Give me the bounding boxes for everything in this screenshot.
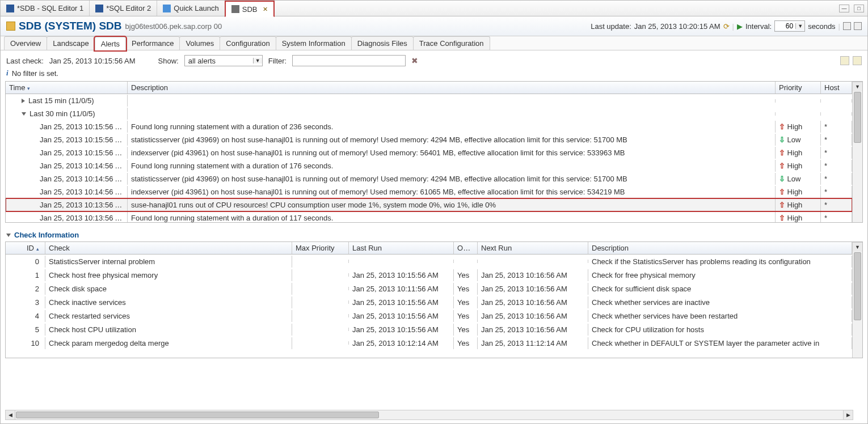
flask-icon bbox=[231, 5, 239, 13]
scroll-left-icon[interactable]: ◀ bbox=[6, 410, 15, 419]
tab-configuration[interactable]: Configuration bbox=[220, 36, 276, 50]
chevron-down-icon[interactable]: ▼ bbox=[795, 23, 804, 29]
toolbar-settings-icon[interactable] bbox=[840, 56, 849, 65]
tab-volumes[interactable]: Volumes bbox=[179, 36, 220, 50]
col-description[interactable]: Description bbox=[128, 82, 776, 94]
col-id[interactable]: ID▴ bbox=[6, 242, 45, 254]
check-row[interactable]: 5Check host CPU utilizationJan 25, 2013 … bbox=[6, 323, 852, 336]
page-title: SDB (SYSTEM) SDB bbox=[19, 20, 122, 32]
alert-row[interactable]: Jan 25, 2013 10:15:56 AMstatisticsserver… bbox=[6, 133, 852, 146]
page-tabs: Overview Landscape Alerts Performance Vo… bbox=[1, 36, 867, 50]
cell-host: * bbox=[821, 186, 852, 198]
alert-row[interactable]: Jan 25, 2013 10:15:56 AMFound long runni… bbox=[6, 120, 852, 133]
cell-priority: ⇧ High bbox=[776, 212, 821, 222]
scroll-thumb[interactable] bbox=[854, 252, 861, 320]
cell-last: Jan 25, 2013 10:15:56 AM bbox=[349, 269, 454, 281]
check-row[interactable]: 0StatisticsServer internal problemCheck … bbox=[6, 255, 852, 268]
priority-down-icon: ⇩ bbox=[779, 135, 785, 144]
tab-diagnosis-files[interactable]: Diagnosis Files bbox=[351, 36, 414, 50]
show-dropdown[interactable]: all alerts ▼ bbox=[184, 55, 263, 66]
cell-desc: Check whether in DEFAULT or SYSTEM layer… bbox=[588, 337, 852, 349]
check-row[interactable]: 3Check inactive servicesJan 25, 2013 10:… bbox=[6, 295, 852, 309]
copy-icon[interactable] bbox=[843, 22, 851, 30]
scroll-thumb[interactable] bbox=[854, 92, 861, 143]
col-priority[interactable]: Priority bbox=[776, 82, 821, 94]
tab-sql-editor-2[interactable]: *SQL Editor 2 bbox=[90, 1, 157, 16]
chevron-down-icon[interactable]: ▼ bbox=[253, 58, 262, 63]
scroll-thumb[interactable] bbox=[16, 412, 379, 418]
check-row[interactable]: 2Check disk spaceJan 25, 2013 10:11:56 A… bbox=[6, 282, 852, 295]
run-icon[interactable]: ▶ bbox=[737, 22, 743, 31]
cell-max bbox=[292, 260, 349, 263]
col-on[interactable]: On ... bbox=[454, 242, 478, 254]
col-last-run[interactable]: Last Run bbox=[349, 242, 454, 254]
check-row[interactable]: 4Check restarted servicesJan 25, 2013 10… bbox=[6, 309, 852, 323]
tab-landscape[interactable]: Landscape bbox=[47, 36, 95, 50]
cell-host: * bbox=[821, 212, 852, 222]
show-label: Show: bbox=[158, 57, 179, 65]
cell-last: Jan 25, 2013 10:12:14 AM bbox=[349, 337, 454, 349]
toolbar-columns-icon[interactable] bbox=[853, 56, 862, 65]
alert-row[interactable]: Jan 25, 2013 10:14:56 AMFound long runni… bbox=[6, 159, 852, 172]
scroll-down-icon[interactable]: ▼ bbox=[853, 82, 862, 91]
alert-group[interactable]: Last 30 min (11/0/5) bbox=[6, 107, 852, 120]
refresh-icon[interactable]: ⟳ bbox=[723, 22, 730, 31]
check-row[interactable]: 1Check host free physical memoryJan 25, … bbox=[6, 268, 852, 282]
col-check[interactable]: Check bbox=[45, 242, 292, 254]
interval-input[interactable] bbox=[775, 22, 795, 30]
tab-trace-configuration[interactable]: Trace Configuration bbox=[413, 36, 490, 50]
vertical-scrollbar[interactable]: ▲ ▼ bbox=[852, 242, 862, 358]
vertical-scrollbar[interactable]: ▲ ▼ bbox=[852, 82, 862, 222]
tab-performance[interactable]: Performance bbox=[125, 36, 180, 50]
tab-quick-launch[interactable]: Quick Launch bbox=[157, 1, 225, 16]
cell-check: Check host CPU utilization bbox=[45, 324, 292, 336]
tab-label: *SDB - SQL Editor 1 bbox=[17, 4, 83, 12]
minimize-button[interactable]: — bbox=[839, 5, 849, 12]
check-info-section-toggle[interactable]: Check Information bbox=[6, 231, 862, 239]
checks-table: ID▴ Check Max Priority Last Run On ... N… bbox=[5, 241, 863, 358]
alert-row[interactable]: Jan 25, 2013 10:15:56 AMindexserver (pid… bbox=[6, 146, 852, 159]
close-icon[interactable]: ✕ bbox=[263, 6, 268, 13]
col-next-run[interactable]: Next Run bbox=[478, 242, 588, 254]
save-icon[interactable] bbox=[854, 22, 862, 30]
priority-up-icon: ⇧ bbox=[779, 214, 785, 222]
cell-last: Jan 25, 2013 10:15:56 AM bbox=[349, 296, 454, 308]
alerts-table: Time▾ Description Priority Host Last 15 … bbox=[5, 81, 863, 223]
group-label: Last 15 min (11/0/5) bbox=[28, 96, 94, 105]
check-row[interactable]: 10Check param mergedog delta mergeJan 25… bbox=[6, 336, 852, 350]
cell-priority: ⇧ High bbox=[776, 160, 821, 172]
alert-group[interactable]: Last 15 min (11/0/5) bbox=[6, 94, 852, 107]
interval-stepper[interactable]: ▼ bbox=[774, 20, 805, 32]
alert-row[interactable]: Jan 25, 2013 10:13:56 AMFound long runni… bbox=[6, 211, 852, 222]
cell-on: Yes bbox=[454, 296, 478, 308]
sql-icon bbox=[95, 5, 103, 12]
col-host[interactable]: Host bbox=[821, 82, 852, 94]
header-bar: SDB (SYSTEM) SDB bjg06test006.pek.sap.co… bbox=[1, 16, 867, 36]
filter-input[interactable] bbox=[292, 55, 406, 66]
scroll-right-icon[interactable]: ▶ bbox=[843, 410, 853, 419]
tab-sdb[interactable]: SDB✕ bbox=[225, 1, 275, 17]
cell-host: * bbox=[821, 134, 852, 146]
cell-desc: statisticsserver (pid 43969) on host sus… bbox=[128, 173, 776, 185]
col-max-priority[interactable]: Max Priority bbox=[292, 242, 349, 254]
scroll-down-icon[interactable]: ▼ bbox=[853, 242, 862, 252]
col-description[interactable]: Description bbox=[588, 242, 852, 254]
tab-label: Quick Launch bbox=[174, 4, 219, 12]
tab-sql-editor-1[interactable]: *SDB - SQL Editor 1 bbox=[1, 1, 90, 16]
tab-system-information[interactable]: System Information bbox=[276, 36, 352, 50]
tab-alerts[interactable]: Alerts bbox=[95, 37, 126, 50]
cell-desc: Found long running statement with a dura… bbox=[128, 212, 776, 222]
maximize-button[interactable]: □ bbox=[854, 5, 864, 12]
cell-desc: Found long running statement with a dura… bbox=[128, 160, 776, 172]
alert-row[interactable]: Jan 25, 2013 10:13:56 AMsuse-hanajl01 ru… bbox=[6, 198, 852, 211]
clear-filter-icon[interactable]: ✖ bbox=[411, 56, 418, 65]
cell-next: Jan 25, 2013 10:16:56 AM bbox=[478, 283, 588, 295]
cell-last: Jan 25, 2013 10:15:56 AM bbox=[349, 310, 454, 322]
alert-row[interactable]: Jan 25, 2013 10:14:56 AMindexserver (pid… bbox=[6, 185, 852, 198]
col-time[interactable]: Time▾ bbox=[6, 82, 128, 94]
cell-time: Jan 25, 2013 10:15:56 AM bbox=[6, 147, 128, 159]
tab-overview[interactable]: Overview bbox=[4, 36, 47, 50]
horizontal-scrollbar[interactable]: ◀ ▶ bbox=[5, 410, 853, 420]
sql-icon bbox=[6, 5, 14, 12]
alert-row[interactable]: Jan 25, 2013 10:14:56 AMstatisticsserver… bbox=[6, 172, 852, 185]
